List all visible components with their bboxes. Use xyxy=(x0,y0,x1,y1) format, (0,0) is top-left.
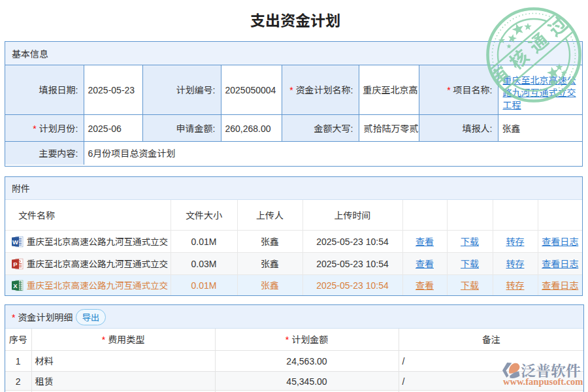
svg-text:X: X xyxy=(13,282,18,289)
svg-text:P: P xyxy=(13,261,18,268)
svg-text:W: W xyxy=(12,238,18,246)
